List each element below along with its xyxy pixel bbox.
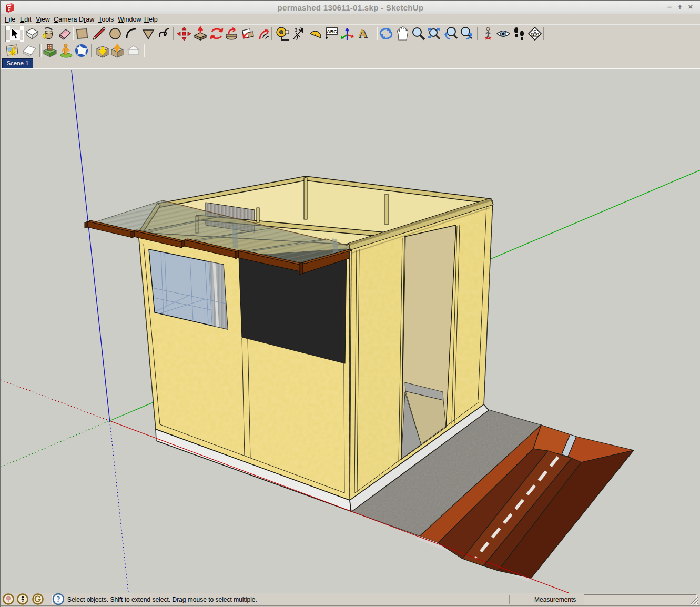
svg-text:ABC: ABC <box>327 29 337 34</box>
svg-text:C: C <box>533 29 536 33</box>
svg-text:?: ? <box>57 595 60 603</box>
svg-text:3: 3 <box>295 27 297 33</box>
svg-text:A: A <box>358 26 367 40</box>
svg-text:A-5: A-5 <box>532 33 538 37</box>
